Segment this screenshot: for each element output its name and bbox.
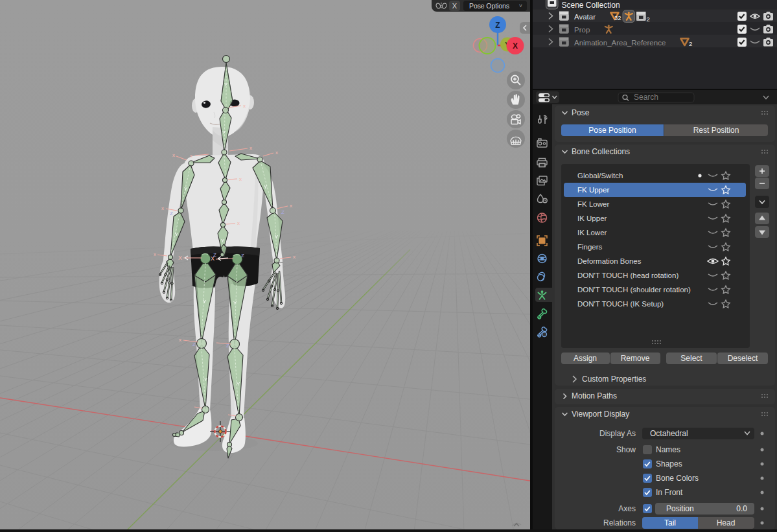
svg-text:Names: Names	[656, 445, 680, 454]
svg-text:Avatar: Avatar	[574, 13, 596, 21]
svg-text:Deformation Bones: Deformation Bones	[577, 257, 642, 265]
svg-text:Y: Y	[184, 186, 188, 192]
svg-text:IK Upper: IK Upper	[577, 214, 607, 222]
svg-text:Z: Z	[192, 341, 196, 347]
svg-text:Prop: Prop	[574, 26, 590, 34]
svg-text:FK Upper: FK Upper	[577, 186, 609, 194]
svg-text:Select: Select	[680, 354, 702, 363]
svg-text:x: x	[243, 103, 246, 109]
svg-text:Y: Y	[221, 238, 225, 244]
svg-text:Animation_Area_Reference: Animation_Area_Reference	[574, 39, 666, 47]
svg-text:Z: Z	[170, 211, 173, 216]
svg-text:In Front: In Front	[656, 488, 683, 497]
svg-text:x: x	[179, 337, 181, 343]
svg-text:x: x	[249, 145, 252, 151]
svg-text:DON'T TOUCH (head rotation): DON'T TOUCH (head rotation)	[577, 272, 678, 279]
svg-text:Position: Position	[666, 504, 694, 513]
svg-text:Global/Switch: Global/Switch	[577, 172, 623, 179]
svg-text:Y: Y	[175, 231, 179, 237]
svg-text:Z: Z	[241, 253, 244, 259]
svg-text:0.0: 0.0	[736, 504, 747, 513]
svg-text:DON'T TOUCH (shoulder rotation: DON'T TOUCH (shoulder rotation)	[577, 286, 691, 294]
svg-text:X: X	[513, 41, 518, 51]
svg-text:x: x	[293, 254, 296, 260]
svg-text:Y: Y	[264, 184, 268, 190]
svg-text:x: x	[239, 176, 242, 182]
svg-text:Show: Show	[616, 445, 636, 454]
svg-text:32: 32	[614, 14, 621, 21]
svg-text:Assign: Assign	[574, 354, 597, 363]
svg-text:x: x	[190, 153, 192, 159]
svg-text:Z: Z	[281, 209, 284, 215]
svg-text:Relations: Relations	[603, 518, 636, 527]
svg-text:Head: Head	[717, 518, 736, 527]
svg-text:Z: Z	[226, 343, 229, 349]
svg-text:Custom Properties: Custom Properties	[582, 375, 646, 384]
svg-text:x: x	[154, 251, 156, 257]
svg-text:Shapes: Shapes	[656, 459, 682, 468]
svg-text:Y: Y	[203, 299, 207, 305]
svg-text:Deselect: Deselect	[728, 354, 758, 363]
svg-text:FK Lower: FK Lower	[577, 200, 609, 208]
svg-text:Z: Z	[495, 21, 500, 30]
svg-text:x: x	[237, 220, 240, 226]
svg-text:Y: Y	[222, 130, 226, 135]
svg-text:x: x	[161, 205, 164, 211]
svg-text:x: x	[172, 152, 175, 158]
svg-text:X: X	[178, 255, 182, 261]
svg-text:DON'T TOUCH (IK Setup): DON'T TOUCH (IK Setup)	[577, 300, 664, 308]
svg-text:x: x	[290, 203, 292, 209]
svg-text:Y: Y	[233, 300, 237, 306]
svg-text:Octahedral: Octahedral	[650, 429, 688, 438]
svg-text:Display As: Display As	[599, 429, 636, 438]
svg-text:Y: Y	[237, 381, 240, 387]
svg-text:Axes: Axes	[618, 504, 636, 513]
svg-text:Y: Y	[224, 82, 228, 87]
svg-text:2: 2	[689, 40, 692, 47]
svg-text:2: 2	[647, 16, 650, 23]
svg-text:x: x	[275, 150, 278, 156]
svg-text:Y: Y	[204, 376, 208, 382]
svg-text:Remove: Remove	[621, 354, 650, 363]
svg-text:Z: Z	[213, 252, 216, 258]
svg-text:IK Lower: IK Lower	[577, 229, 607, 237]
svg-text:Fingers: Fingers	[577, 243, 603, 251]
svg-text:Search: Search	[634, 93, 658, 102]
svg-text:Y: Y	[275, 234, 279, 240]
svg-text:Tail: Tail	[664, 518, 676, 527]
svg-text:Scene Collection: Scene Collection	[562, 1, 620, 10]
svg-text:Bone Colors: Bone Colors	[656, 474, 699, 483]
